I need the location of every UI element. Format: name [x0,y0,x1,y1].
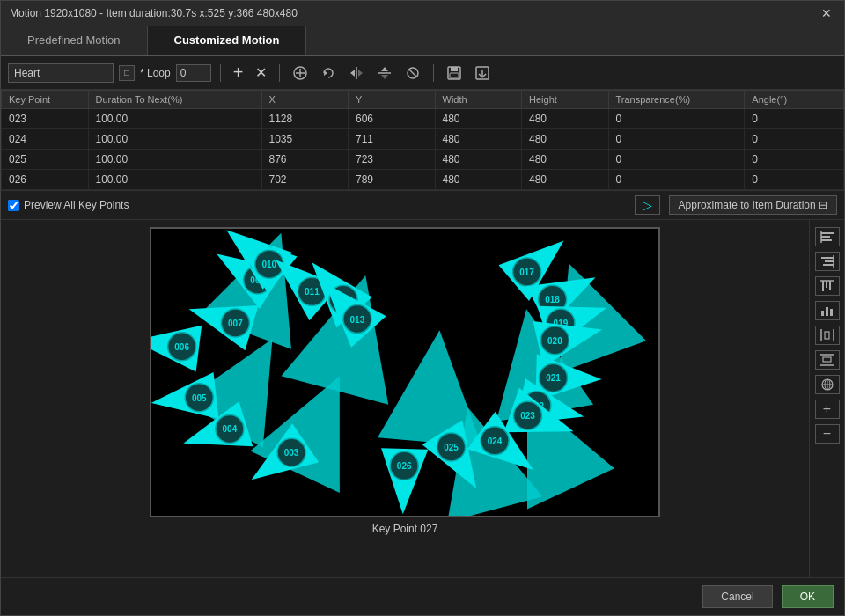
svg-rect-105 [830,309,833,316]
loop-label: * Loop [140,67,171,79]
svg-rect-104 [826,307,828,316]
header-transparence: Transparence(%) [608,91,745,109]
table-row[interactable]: 025100.0087672348048000 [2,150,844,170]
svg-text:013: 013 [350,315,365,325]
header-x: X [261,91,349,109]
load-template-button[interactable] [471,63,494,83]
keypoint-table: Key Point Duration To Next(%) X Y Width … [1,90,844,190]
side-tool-grid[interactable] [815,375,840,394]
clear-button[interactable]: □ [119,65,135,81]
svg-marker-9 [381,75,388,79]
separator3 [433,64,434,82]
svg-text:005: 005 [192,393,207,403]
svg-text:006: 006 [174,342,189,352]
tab-predefined[interactable]: Predefined Motion [1,26,148,55]
separator [220,64,221,82]
tool-btn-2[interactable] [317,63,340,83]
svg-rect-111 [823,357,831,362]
svg-text:007: 007 [228,319,243,328]
keypoint-label: Key Point 027 [372,523,438,535]
side-tools: + − [809,220,844,577]
header-duration: Duration To Next(%) [88,91,261,109]
svg-rect-103 [821,311,824,316]
svg-marker-8 [381,67,388,71]
save-template-button[interactable] [443,63,466,83]
svg-rect-99 [822,281,824,291]
svg-text:017: 017 [519,268,534,277]
add-keypoint-button[interactable]: + [230,61,247,84]
header-height: Height [522,91,609,109]
side-tool-bar-chart[interactable] [815,301,840,320]
cancel-button[interactable]: Cancel [702,585,772,608]
bottom-bar: Cancel OK [1,577,844,615]
canvas-frame[interactable]: 0030040050060070080090100110120130170180… [150,227,660,517]
svg-rect-92 [821,236,830,238]
preset-input[interactable] [8,63,114,83]
loop-input[interactable] [176,64,211,82]
canvas-area: 0030040050060070080090100110120130170180… [1,220,809,577]
svg-text:024: 024 [488,436,503,446]
title-bar: Motion 1920x1080 - Item duration:30.7s x… [1,1,844,26]
svg-marker-6 [358,70,363,77]
keypoint-table-container: Key Point Duration To Next(%) X Y Width … [1,90,844,191]
svg-text:003: 003 [284,448,299,458]
header-angle: Angle(°) [745,91,844,109]
header-y: Y [349,91,436,109]
side-tool-align-left[interactable] [815,227,840,246]
svg-marker-5 [350,70,355,77]
tool-btn-3[interactable] [345,63,368,83]
svg-rect-100 [826,281,827,288]
svg-rect-14 [450,73,459,78]
table-row[interactable]: 026100.0070278948048000 [2,170,844,190]
svg-line-11 [409,70,416,77]
main-content: 0030040050060070080090100110120130170180… [1,220,844,577]
header-width: Width [435,91,522,109]
delete-keypoint-button[interactable]: ✕ [252,62,270,83]
preview-checkbox[interactable] [8,200,19,211]
svg-marker-25 [378,326,492,446]
preview-bar: Preview All Key Points ▷ Approximate to … [1,191,844,220]
side-tool-zoom-out[interactable]: − [815,424,840,444]
svg-text:025: 025 [444,443,459,452]
side-tool-distribute-h[interactable] [815,326,840,345]
side-tool-zoom-in[interactable]: + [815,400,840,419]
ok-button[interactable]: OK [782,585,834,608]
main-dialog: Motion 1920x1080 - Item duration:30.7s x… [0,0,845,616]
svg-rect-13 [451,67,458,71]
side-tool-align-top[interactable] [815,276,840,296]
svg-text:011: 011 [305,287,320,297]
svg-text:026: 026 [397,461,412,471]
table-row[interactable]: 024100.00103571148048000 [2,129,844,150]
svg-rect-91 [821,232,834,234]
tool-btn-5[interactable] [401,63,424,83]
preview-checkbox-label[interactable]: Preview All Key Points [8,199,129,211]
play-button[interactable]: ▷ [635,195,660,215]
title-text: Motion 1920x1080 - Item duration:30.7s x… [10,7,298,19]
svg-rect-101 [829,281,831,290]
svg-rect-108 [825,332,829,339]
toolbar: □ * Loop + ✕ [1,56,844,90]
header-keypoint: Key Point [2,91,89,109]
svg-text:018: 018 [545,295,560,304]
svg-rect-97 [823,264,834,266]
tab-bar: Predefined Motion Customized Motion [1,26,844,56]
svg-rect-95 [821,257,834,259]
svg-text:023: 023 [520,411,535,421]
svg-text:020: 020 [547,336,562,346]
svg-rect-96 [825,260,834,262]
side-tool-distribute-v[interactable] [815,350,840,370]
close-button[interactable]: ✕ [818,6,835,20]
separator2 [279,64,280,82]
approximate-button[interactable]: Approximate to Item Duration ⊟ [669,195,837,215]
svg-text:010: 010 [261,260,276,269]
table-row[interactable]: 023100.00112860648048000 [2,109,844,129]
side-tool-align-right[interactable] [815,252,840,271]
tab-customized[interactable]: Customized Motion [148,26,307,55]
svg-text:004: 004 [223,424,238,434]
svg-rect-93 [821,239,832,241]
tool-btn-1[interactable] [289,63,312,83]
svg-marker-3 [324,70,327,76]
svg-text:021: 021 [546,373,561,383]
tool-btn-4[interactable] [373,63,396,83]
